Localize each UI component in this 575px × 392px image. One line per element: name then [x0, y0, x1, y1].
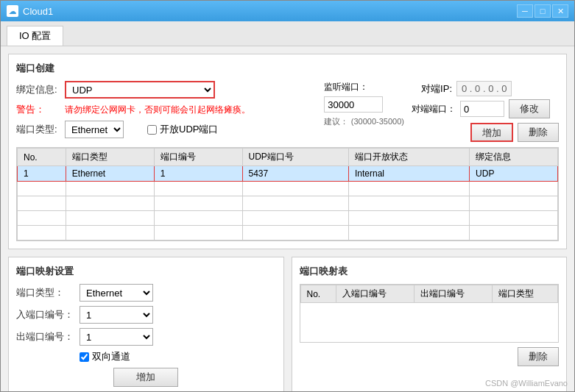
listen-port-row: 监听端口：: [324, 81, 404, 93]
port-type-row: 端口类型: Ethernet 开放UDP端口: [16, 121, 317, 138]
warning-prefix: 警告：: [16, 103, 60, 116]
remote-port-label: 对端端口：: [412, 103, 456, 115]
tab-bar: IO 配置: [1, 21, 574, 46]
port-type-label: 端口类型:: [16, 123, 60, 136]
port-table-container: No. 端口类型 端口编号 UDP端口号 端口开放状态 绑定信息 1Ethern…: [16, 147, 559, 241]
port-table: No. 端口类型 端口编号 UDP端口号 端口开放状态 绑定信息 1Ethern…: [17, 148, 558, 240]
add-delete-buttons: 增加 删除: [412, 123, 559, 142]
port-creation-title: 端口创建: [16, 62, 559, 75]
remote-port-input[interactable]: [460, 101, 504, 117]
remote-ip-display: 0 . 0 . 0 . 0: [456, 81, 512, 96]
app-icon: ☁: [7, 5, 18, 17]
watermark: CSDN @WilliamEvano: [485, 379, 568, 388]
col-port-no: 端口编号: [154, 149, 242, 166]
maximize-button[interactable]: □: [535, 4, 551, 18]
main-window: ☁ Cloud1 ─ □ ✕ IO 配置 端口创建 绑定信息:: [0, 0, 575, 392]
mapping-table-body: [300, 303, 558, 340]
mapping-add-btn-row: 增加: [16, 368, 276, 387]
delete-port-button[interactable]: 删除: [518, 123, 559, 142]
title-bar-left: ☁ Cloud1: [7, 5, 53, 17]
title-bar: ☁ Cloud1 ─ □ ✕: [1, 1, 574, 21]
remote-controls: 对端IP: 0 . 0 . 0 . 0 对端端口： 修改 增加 删除: [412, 81, 559, 142]
mapping-col-no: No.: [300, 285, 336, 303]
col-no: No.: [18, 149, 66, 166]
mapping-col-type: 端口类型: [492, 285, 557, 303]
listen-section: 监听端口： 建议： (30000-35000): [324, 81, 404, 127]
open-udp-label: 开放UDP端口: [160, 123, 218, 136]
mapping-col-out-port: 出端口编号: [415, 285, 493, 303]
mapping-delete-button[interactable]: 删除: [518, 347, 559, 366]
open-udp-checkbox[interactable]: [147, 125, 157, 135]
mapping-in-port-label: 入端口编号：: [16, 308, 75, 321]
bidirectional-checkbox-row: 双向通道: [80, 350, 130, 363]
bind-dropdown[interactable]: UDP: [65, 81, 215, 99]
add-port-button[interactable]: 增加: [470, 123, 513, 142]
bidirectional-label: 双向通道: [92, 350, 130, 363]
mapping-form: 端口类型： Ethernet 入端口编号： 1 出端口编号：: [16, 284, 276, 363]
table-row-empty: [18, 211, 558, 226]
bottom-panels: 端口映射设置 端口类型： Ethernet 入端口编号： 1: [8, 257, 567, 391]
listen-port-label: 监听端口：: [324, 81, 368, 93]
bind-select[interactable]: UDP: [66, 84, 214, 96]
bind-info-row: 绑定信息: UDP: [16, 81, 317, 99]
mapping-table: No. 入端口编号 出端口编号 端口类型: [300, 285, 559, 340]
mapping-col-in-port: 入端口编号: [336, 285, 415, 303]
bidirectional-checkbox[interactable]: [80, 352, 89, 362]
port-creation-form: 绑定信息: UDP 警告： 请勿绑定公网网卡，否则可能会引起网络瘫痪。: [16, 81, 317, 143]
port-creation-panel: 端口创建 绑定信息: UDP 警: [8, 54, 567, 249]
mapping-table-panel: 端口映射表 No. 入端口编号 出端口编号 端口类型: [292, 257, 568, 391]
suggest-range: (30000-35000): [351, 117, 404, 126]
table-row-empty: [18, 196, 558, 211]
remote-port-row: 对端端口： 修改: [412, 99, 559, 118]
port-type-select[interactable]: Ethernet: [65, 121, 124, 138]
mapping-in-port-row: 入端口编号： 1: [16, 306, 276, 324]
mapping-out-port-select[interactable]: 1: [80, 328, 153, 346]
open-udp-checkbox-row: 开放UDP端口: [147, 123, 218, 136]
close-button[interactable]: ✕: [552, 4, 568, 18]
mapping-out-port-row: 出端口编号： 1: [16, 328, 276, 346]
suggest-section: 建议： (30000-35000): [324, 115, 404, 127]
mapping-in-port-select[interactable]: 1: [80, 306, 153, 324]
bidirectional-row: 双向通道: [16, 350, 276, 363]
col-port-type: 端口类型: [66, 149, 154, 166]
col-status: 端口开放状态: [348, 149, 469, 166]
window-controls: ─ □ ✕: [517, 4, 568, 18]
mapping-port-type-label: 端口类型：: [16, 286, 75, 299]
window-title: Cloud1: [23, 6, 53, 17]
mapping-header-row: No. 入端口编号 出端口编号 端口类型: [300, 285, 558, 303]
port-table-body: 1Ethernet15437InternalUDP: [18, 166, 558, 240]
mapping-out-port-label: 出端口编号：: [16, 330, 75, 343]
suggest-label: 建议：: [324, 117, 348, 126]
listen-port-input[interactable]: [324, 96, 383, 113]
io-config-tab[interactable]: IO 配置: [7, 26, 63, 46]
mapping-port-type-row: 端口类型： Ethernet: [16, 284, 276, 302]
mapping-empty-row: [300, 303, 558, 340]
remote-ip-value: 0 . 0 . 0 . 0: [462, 83, 507, 94]
bind-label: 绑定信息:: [16, 83, 60, 96]
table-row-empty: [18, 182, 558, 196]
port-mapping-panel: 端口映射设置 端口类型： Ethernet 入端口编号： 1: [8, 257, 284, 391]
main-content: 端口创建 绑定信息: UDP 警: [1, 46, 574, 391]
warning-text: 请勿绑定公网网卡，否则可能会引起网络瘫痪。: [65, 104, 250, 116]
remote-ip-label: 对端IP:: [412, 82, 452, 96]
table-row[interactable]: 1Ethernet15437InternalUDP: [18, 166, 558, 182]
remote-ip-row: 对端IP: 0 . 0 . 0 . 0: [412, 81, 559, 96]
table-header-row: No. 端口类型 端口编号 UDP端口号 端口开放状态 绑定信息: [18, 149, 558, 166]
modify-button[interactable]: 修改: [509, 99, 550, 118]
mapping-table-container: No. 入端口编号 出端口编号 端口类型: [300, 284, 560, 343]
warning-row: 警告： 请勿绑定公网网卡，否则可能会引起网络瘫痪。: [16, 103, 317, 116]
mapping-table-title: 端口映射表: [300, 265, 560, 278]
col-bind: 绑定信息: [470, 149, 558, 166]
col-udp-port: UDP端口号: [242, 149, 348, 166]
port-mapping-title: 端口映射设置: [16, 265, 276, 278]
table-row-empty: [18, 226, 558, 240]
mapping-delete-btn-row: 删除: [300, 347, 560, 366]
mapping-port-type-select[interactable]: Ethernet: [80, 284, 153, 302]
mapping-add-button[interactable]: 增加: [113, 368, 178, 387]
minimize-button[interactable]: ─: [517, 4, 533, 18]
